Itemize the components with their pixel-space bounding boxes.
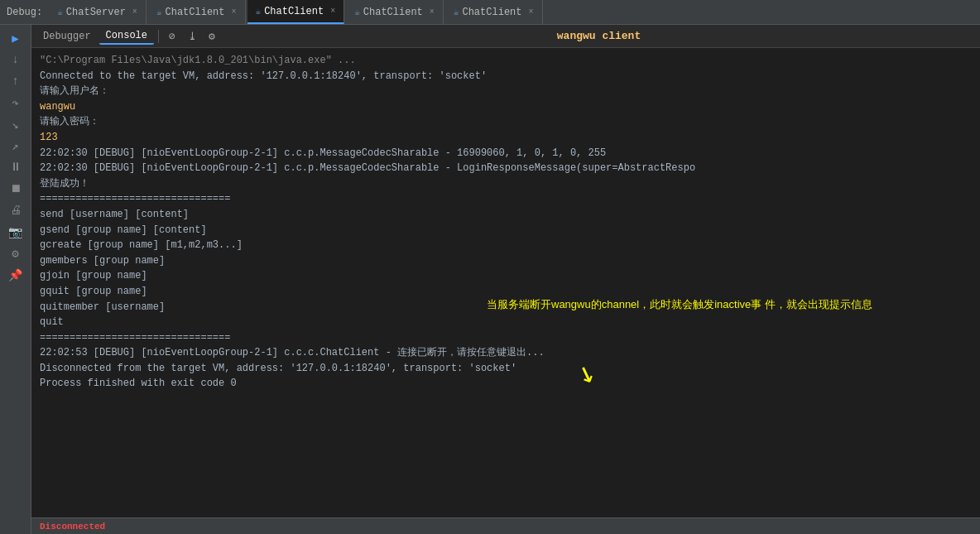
pause-icon[interactable]: ⏸ xyxy=(3,157,28,177)
settings-icon[interactable]: ⚙ xyxy=(3,243,28,263)
tab-2[interactable]: ☕ChatClient× xyxy=(247,0,345,24)
console-output[interactable]: "C:\Program Files\Java\jdk1.8.0_201\bin\… xyxy=(31,48,980,517)
console-line: gmembers [group name] xyxy=(40,253,972,269)
console-line: gjoin [group name] xyxy=(40,268,972,284)
force-icon[interactable]: ↘ xyxy=(3,114,28,134)
tab-label-1: ChatClient xyxy=(166,7,225,18)
tab-icon-0: ☕ xyxy=(57,7,63,17)
tab-close-2[interactable]: × xyxy=(330,7,335,16)
sidebar: ▶↓↑↷↘↗⏸⏹🖨📷⚙📌 xyxy=(0,25,31,534)
step-into-icon[interactable]: ↑ xyxy=(3,71,28,91)
step-out-icon[interactable]: ↷ xyxy=(3,93,28,113)
tab-0[interactable]: ☕ChatServer× xyxy=(49,0,147,24)
console-line: ================================ xyxy=(40,330,972,346)
tab-label-0: ChatServer xyxy=(66,7,126,18)
console-title: wangwu client xyxy=(223,30,975,42)
btn-settings[interactable]: ⚙ xyxy=(203,27,221,46)
tab-strip: ☕ChatServer×☕ChatClient×☕ChatClient×☕Cha… xyxy=(49,0,542,24)
run-icon[interactable]: ▶ xyxy=(3,28,28,48)
tab-debugger[interactable]: Debugger xyxy=(36,29,98,44)
tool-bar: Debugger Console ⊘ ⤓ ⚙ wangwu client xyxy=(31,25,980,48)
console-line: 123 xyxy=(40,130,972,146)
btn-scroll-end[interactable]: ⤓ xyxy=(183,27,201,46)
console-line: Process finished with exit code 0 xyxy=(40,376,972,392)
status-disconnected: Disconnected xyxy=(40,522,105,532)
tab-icon-2: ☕ xyxy=(256,6,262,17)
console-line: ================================ xyxy=(40,191,972,207)
eval-icon[interactable]: ↗ xyxy=(3,136,28,156)
print-icon[interactable]: 🖨 xyxy=(3,200,28,220)
console-line: 请输入密码： xyxy=(40,114,972,130)
console-line: gsend [group name] [content] xyxy=(40,223,972,238)
console-line: "C:\Program Files\Java\jdk1.8.0_201\bin\… xyxy=(40,53,972,69)
tab-label-3: ChatClient xyxy=(363,7,423,18)
tab-label-4: ChatClient xyxy=(462,7,521,18)
console-line: Connected to the target VM, address: '12… xyxy=(40,69,972,84)
step-over-icon[interactable]: ↓ xyxy=(3,50,28,70)
console-line: 登陆成功！ xyxy=(40,176,972,192)
debug-bar: Debug: ☕ChatServer×☕ChatClient×☕ChatClie… xyxy=(0,0,980,25)
separator xyxy=(158,30,159,43)
console-line: gcreate [group name] [m1,m2,m3...] xyxy=(40,238,972,253)
screenshot-icon[interactable]: 📷 xyxy=(3,222,28,242)
tab-close-1[interactable]: × xyxy=(232,7,237,17)
tab-1[interactable]: ☕ChatClient× xyxy=(148,0,246,24)
console-line: send [username] [content] xyxy=(40,207,972,223)
console-line: quit xyxy=(40,315,972,330)
console-line: 22:02:30 [DEBUG] [nioEventLoopGroup-2-1]… xyxy=(40,161,972,176)
status-bar: Disconnected xyxy=(31,517,980,534)
tab-console[interactable]: Console xyxy=(99,28,154,45)
tab-4[interactable]: ☕ChatClient× xyxy=(445,0,543,24)
console-line: 22:02:30 [DEBUG] [nioEventLoopGroup-2-1]… xyxy=(40,146,972,161)
content-area: Debugger Console ⊘ ⤓ ⚙ wangwu client "C:… xyxy=(31,25,980,534)
console-line: Disconnected from the target VM, address… xyxy=(40,361,972,377)
tab-icon-1: ☕ xyxy=(156,7,162,17)
main-layout: ▶↓↑↷↘↗⏸⏹🖨📷⚙📌 Debugger Console ⊘ ⤓ ⚙ wang… xyxy=(0,25,980,534)
tab-close-4[interactable]: × xyxy=(528,7,533,17)
tab-3[interactable]: ☕ChatClient× xyxy=(346,0,444,24)
debug-label: Debug: xyxy=(7,7,42,18)
tab-icon-3: ☕ xyxy=(354,7,360,17)
console-line: quitmember [username] xyxy=(40,300,972,315)
tab-icon-4: ☕ xyxy=(454,7,459,17)
tab-close-3[interactable]: × xyxy=(430,7,435,17)
console-line: wangwu xyxy=(40,99,972,115)
console-line: 22:02:53 [DEBUG] [nioEventLoopGroup-2-1]… xyxy=(40,345,972,361)
pin-icon[interactable]: 📌 xyxy=(3,265,28,285)
btn-clear[interactable]: ⊘ xyxy=(163,27,181,46)
stop-icon[interactable]: ⏹ xyxy=(3,179,28,199)
console-line: 请输入用户名： xyxy=(40,84,972,99)
tab-close-0[interactable]: × xyxy=(132,7,137,17)
tab-label-2: ChatClient xyxy=(264,6,324,17)
console-line: gquit [group name] xyxy=(40,284,972,300)
